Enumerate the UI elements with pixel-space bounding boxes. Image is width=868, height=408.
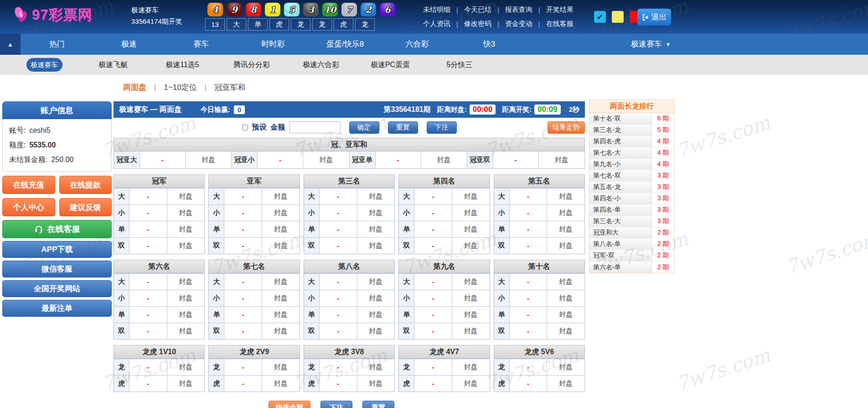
bet-odds[interactable]: - [414,290,452,306]
bet-odds[interactable]: - [320,376,357,392]
nav-item[interactable]: 极速 [93,34,165,55]
streak-ranking-row[interactable]: 第十名-双6 期 [589,113,674,125]
sum-bet-odds[interactable]: - [493,152,539,168]
streak-ranking-row[interactable]: 第四名-小3 期 [589,193,674,204]
sidebar-button[interactable]: 在线提款 [59,176,112,194]
bet-odds[interactable]: - [224,238,262,254]
bet-odds[interactable]: - [414,376,452,392]
bet-odds[interactable]: - [510,307,548,323]
streak-ranking-row[interactable]: 第七名-大4 期 [589,147,674,159]
sidebar-button[interactable]: 建议反馈 [59,198,112,216]
bet-odds[interactable]: - [224,376,262,392]
sum-bet-odds[interactable]: - [376,152,421,168]
bet-odds[interactable]: - [414,323,452,339]
logout-button[interactable]: 退出 [637,9,671,26]
bet-odds[interactable]: - [224,205,262,221]
nav-item[interactable]: 热门 [21,34,93,55]
sum-bet-odds[interactable]: - [140,152,186,168]
bet-odds[interactable]: - [129,359,167,375]
subnav-item[interactable]: 极速六合彩 [286,60,356,70]
trend-button[interactable]: 结果走势 [548,121,585,134]
bet-odds[interactable]: - [320,323,357,339]
bet-odds[interactable]: - [510,238,548,254]
streak-ranking-row[interactable]: 第六名-单2 期 [589,262,674,273]
bet-odds[interactable]: - [510,359,548,375]
confirm-button[interactable]: 确定 [349,121,379,134]
bet-odds[interactable]: - [320,290,357,306]
bet-odds[interactable]: - [129,307,167,323]
streak-ranking-row[interactable]: 冠军-双2 期 [589,250,674,262]
tab-冠亚军和[interactable]: 冠亚军和 [214,82,245,93]
bet-odds[interactable]: - [414,238,452,254]
sidebar-button[interactable]: 最新注单 [2,300,112,317]
bet-odds[interactable]: - [129,376,167,392]
bet-odds[interactable]: - [414,359,452,375]
nav-item[interactable]: 快3 [453,34,525,55]
nav-item[interactable]: 蛋蛋/快乐8 [309,34,381,55]
header-link[interactable]: 个人资讯 [423,20,450,28]
header-link[interactable]: 在线客服 [546,20,574,28]
bet-odds[interactable]: - [320,307,357,323]
streak-ranking-row[interactable]: 第九名-小4 期 [589,159,674,170]
sidebar-button[interactable]: 微信客服 [2,261,112,277]
site-logo[interactable]: 97彩票网 [12,5,92,25]
bet-odds[interactable]: - [414,307,452,323]
bet-odds[interactable]: - [510,205,548,221]
streak-ranking-row[interactable]: 第四名-虎4 期 [589,136,674,147]
subnav-item[interactable]: 极速飞艇 [78,60,148,70]
footer-bet-button[interactable]: 下注 [320,401,352,408]
bet-odds[interactable]: - [510,274,548,290]
bet-odds[interactable]: - [320,359,357,375]
bet-odds[interactable]: - [224,359,262,375]
nav-current-game[interactable]: 极速赛车 ▼ [631,34,671,55]
amount-input[interactable] [289,121,341,133]
bet-odds[interactable]: - [224,307,262,323]
nav-item[interactable]: 时时彩 [237,34,309,55]
bet-odds[interactable]: - [414,205,452,221]
bet-odds[interactable]: - [224,188,262,204]
bet-odds[interactable]: - [414,188,452,204]
sum-bet-odds[interactable]: - [258,152,303,168]
nav-item[interactable]: 六合彩 [381,34,453,55]
bet-odds[interactable]: - [510,290,548,306]
footer-reset-button[interactable]: 重置 [362,401,394,408]
nav-item[interactable]: 赛车 [165,34,237,55]
bet-odds[interactable]: - [129,323,167,339]
subnav-item[interactable]: 5分快三 [425,60,494,70]
sidebar-button[interactable]: 个人中心 [2,198,55,216]
header-link[interactable]: 资金变动 [505,20,532,28]
bet-odds[interactable]: - [129,221,167,237]
theme-swatch-blue[interactable]: ✔ [594,11,606,23]
header-link[interactable]: 报表查询 [505,5,532,14]
bet-odds[interactable]: - [320,221,357,237]
streak-ranking-row[interactable]: 第五名-龙3 期 [589,182,674,193]
subnav-item[interactable]: 极速赛车 [26,58,62,72]
preset-checkbox[interactable] [242,125,248,131]
sidebar-button[interactable]: APP下载 [2,241,112,258]
bet-odds[interactable]: - [224,221,262,237]
collapse-toggle-button[interactable]: ▲ [0,34,21,55]
bet-odds[interactable]: - [320,205,357,221]
bet-odds[interactable]: - [510,221,548,237]
bet-odds[interactable]: - [224,323,262,339]
reset-button[interactable]: 重置 [388,121,418,134]
bet-button[interactable]: 下注 [427,121,457,134]
bet-odds[interactable]: - [510,376,548,392]
streak-ranking-row[interactable]: 第四名-单3 期 [589,204,674,216]
streak-ranking-row[interactable]: 冠亚和大2 期 [589,227,674,239]
tab-1~10定位[interactable]: 1~10定位 [164,82,196,93]
streak-ranking-row[interactable]: 第三名-龙5 期 [589,125,674,136]
bet-odds[interactable]: - [129,205,167,221]
bet-odds[interactable]: - [414,274,452,290]
header-link[interactable]: 开奖结果 [546,5,574,14]
bet-odds[interactable]: - [129,188,167,204]
bet-odds[interactable]: - [510,323,548,339]
theme-swatch-yellow[interactable] [612,11,624,23]
online-service-button[interactable]: 在线客服 [2,220,112,238]
bet-odds[interactable]: - [224,290,262,306]
sidebar-button[interactable]: 在线充值 [2,176,55,194]
bet-odds[interactable]: - [414,221,452,237]
bet-odds[interactable]: - [129,290,167,306]
streak-ranking-row[interactable]: 第八名-单2 期 [589,239,674,250]
bet-odds[interactable]: - [320,274,357,290]
